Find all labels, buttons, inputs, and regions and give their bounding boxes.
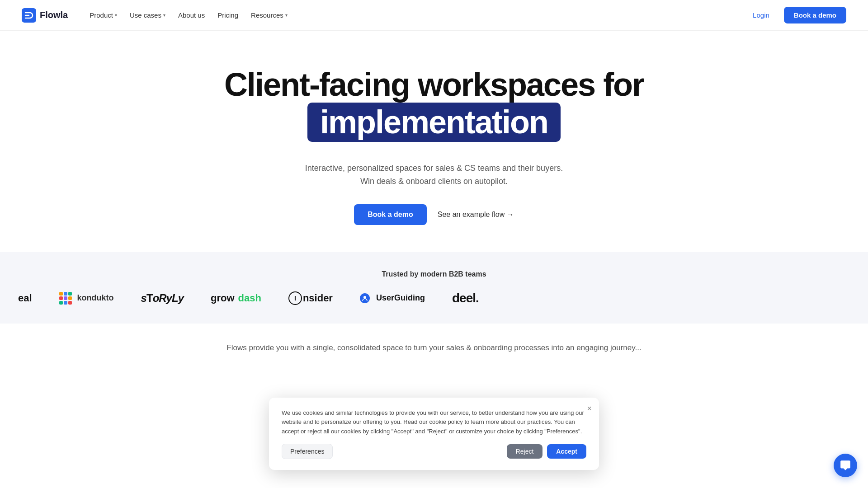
- nav-about[interactable]: About us: [173, 8, 210, 23]
- nav-use-cases[interactable]: Use cases ▾: [124, 8, 171, 23]
- logo-eal: eal: [18, 292, 32, 304]
- trusted-section: Trusted by modern B2B teams eal kondukto…: [0, 252, 868, 324]
- logo-growdash: growdash: [211, 292, 261, 304]
- resources-chevron-icon: ▾: [285, 13, 288, 18]
- logo[interactable]: Flowla: [22, 8, 68, 23]
- navbar-right: Login Book a demo: [744, 7, 846, 23]
- hero-actions: Book a demo See an example flow →: [354, 204, 514, 225]
- hero-book-demo-button[interactable]: Book a demo: [354, 204, 426, 225]
- login-button[interactable]: Login: [744, 8, 778, 23]
- svg-point-1: [363, 296, 366, 299]
- product-chevron-icon: ▾: [115, 13, 117, 18]
- logo-text: Flowla: [40, 10, 68, 20]
- kondukto-icon: [59, 292, 72, 305]
- insider-circle-icon: I: [288, 291, 302, 305]
- hero-subtitle: Interactive, personalized spaces for sal…: [305, 162, 563, 188]
- logo-storyly: sToRyLy: [141, 292, 184, 305]
- hero-title: Client-facing workspaces for implementat…: [224, 67, 644, 142]
- nav-resources[interactable]: Resources ▾: [245, 8, 293, 23]
- trusted-title: Trusted by modern B2B teams: [0, 270, 868, 278]
- userguiding-icon: [360, 293, 370, 303]
- logo-deel: deel.: [452, 291, 479, 305]
- nav-links: Product ▾ Use cases ▾ About us Pricing R…: [84, 8, 293, 23]
- use-cases-chevron-icon: ▾: [163, 13, 165, 18]
- navbar: Flowla Product ▾ Use cases ▾ About us Pr…: [0, 0, 868, 31]
- nav-product[interactable]: Product ▾: [84, 8, 123, 23]
- logo-userguiding: UserGuiding: [360, 293, 425, 303]
- bottom-hint-text: Flows provide you with a single, consoli…: [22, 342, 846, 354]
- nav-pricing[interactable]: Pricing: [212, 8, 244, 23]
- logo-insider: I nsider: [288, 291, 333, 305]
- logos-strip: eal kondukto sToRyLy growdash I nsider: [0, 291, 868, 305]
- see-example-flow-link[interactable]: See an example flow →: [438, 211, 514, 219]
- hero-highlight-word: implementation: [307, 103, 561, 142]
- book-demo-nav-button[interactable]: Book a demo: [784, 7, 846, 23]
- flowla-logo-icon: [22, 8, 36, 23]
- bottom-hint-section: Flows provide you with a single, consoli…: [0, 324, 868, 363]
- logo-kondukto: kondukto: [59, 292, 114, 305]
- hero-section: Client-facing workspaces for implementat…: [0, 31, 868, 252]
- navbar-left: Flowla Product ▾ Use cases ▾ About us Pr…: [22, 8, 293, 23]
